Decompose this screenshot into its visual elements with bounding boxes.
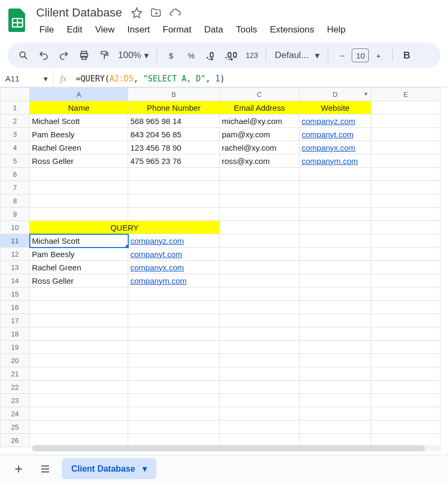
spreadsheet-grid[interactable]: ABCDE1NamePhone NumberEmail AddressWebsi… [0,87,448,455]
cell[interactable] [220,194,300,208]
cell[interactable] [220,341,300,354]
row-header[interactable]: 14 [1,274,30,287]
cell[interactable] [300,381,371,394]
select-all-corner[interactable] [1,88,30,101]
row-header[interactable]: 15 [1,287,30,301]
cell[interactable] [220,248,300,261]
cell[interactable] [300,221,371,234]
sheets-logo[interactable] [4,4,31,36]
column-header-B[interactable]: B [128,88,220,101]
paint-format-icon[interactable] [95,46,114,65]
cell[interactable] [128,327,220,341]
cell[interactable] [128,394,220,407]
website-link[interactable]: companym.com [130,276,187,285]
row-header[interactable]: 9 [1,208,30,221]
cell[interactable] [300,287,371,301]
cell[interactable] [371,381,441,394]
row-header[interactable]: 16 [1,301,30,314]
cell[interactable] [220,327,300,341]
cell[interactable] [30,301,128,314]
move-folder-icon[interactable] [150,6,162,19]
cell[interactable] [220,421,300,434]
cell[interactable] [371,181,441,194]
cell[interactable] [220,221,300,234]
row-header[interactable]: 26 [1,434,30,447]
cell[interactable] [371,208,441,221]
cell[interactable]: Name [30,101,128,114]
cell[interactable] [300,181,371,194]
cell[interactable]: companyz.com [128,234,220,248]
format-currency-button[interactable]: $ [161,46,180,65]
menu-file[interactable]: File [34,22,59,37]
website-link[interactable]: companyt.com [302,130,354,139]
cell[interactable]: michael@xy.com [220,114,300,128]
undo-icon[interactable] [34,46,53,65]
menu-help[interactable]: Help [321,22,351,37]
cell[interactable]: Website [300,101,371,114]
font-size-input[interactable] [352,48,369,62]
cell[interactable] [128,354,220,367]
cell[interactable] [220,367,300,381]
cell[interactable] [220,261,300,274]
row-header[interactable]: 19 [1,341,30,354]
cell[interactable] [220,394,300,407]
cell[interactable]: 475 965 23 76 [128,154,220,168]
cell[interactable]: companyt.com [128,248,220,261]
cell[interactable] [371,128,441,141]
format-percent-button[interactable]: % [181,46,201,65]
cell[interactable] [30,194,128,208]
cell[interactable] [300,421,371,434]
cell[interactable] [371,421,441,434]
cell[interactable] [30,327,128,341]
cell[interactable] [300,168,371,181]
cell[interactable] [371,301,441,314]
row-header[interactable]: 8 [1,194,30,208]
website-link[interactable]: companym.com [302,157,358,166]
menu-insert[interactable]: Insert [122,22,155,37]
cell[interactable] [300,327,371,341]
cell[interactable]: Michael Scott [30,234,128,248]
cell[interactable] [30,381,128,394]
cell[interactable]: companyx.com [128,261,220,274]
menu-data[interactable]: Data [199,22,229,37]
cell[interactable]: 123 456 78 90 [128,141,220,154]
row-header[interactable]: 2 [1,114,30,128]
cell[interactable] [371,221,441,234]
cell[interactable]: companym.com [128,274,220,287]
cell[interactable] [128,407,220,421]
cell[interactable] [30,421,128,434]
cell[interactable] [371,314,441,327]
website-link[interactable]: companyz.com [302,117,355,126]
row-header[interactable]: 23 [1,394,30,407]
cell[interactable] [220,354,300,367]
cell[interactable]: 843 204 56 85 [128,128,220,141]
row-header[interactable]: 1 [1,101,30,114]
cell[interactable] [371,354,441,367]
menu-tools[interactable]: Tools [231,22,263,37]
cell[interactable] [128,301,220,314]
cell[interactable]: Michael Scott [30,114,128,128]
cell[interactable] [220,407,300,421]
cell[interactable] [30,407,128,421]
cell[interactable] [30,341,128,354]
cell[interactable]: companyx.com [300,141,371,154]
cell[interactable] [300,394,371,407]
cell[interactable]: 568 965 98 14 [128,114,220,128]
row-header[interactable]: 5 [1,154,30,168]
cell[interactable] [128,341,220,354]
cell[interactable] [128,314,220,327]
cell[interactable] [220,314,300,327]
cell[interactable] [371,234,441,248]
cell[interactable] [300,208,371,221]
cell[interactable] [128,168,220,181]
all-sheets-button[interactable] [35,459,55,479]
cell[interactable] [371,154,441,168]
cell[interactable] [220,287,300,301]
cell[interactable] [220,301,300,314]
row-header[interactable]: 3 [1,128,30,141]
cell[interactable] [30,208,128,221]
document-title[interactable]: Clilent Database [34,5,124,21]
cell[interactable] [300,407,371,421]
cell[interactable] [220,181,300,194]
cell[interactable] [300,234,371,248]
